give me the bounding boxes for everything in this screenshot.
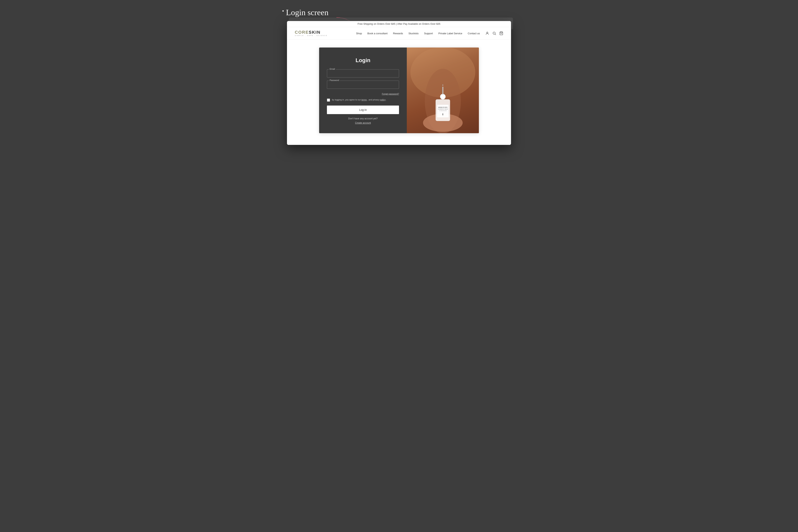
nav-link-contact[interactable]: Contact us <box>468 32 480 35</box>
cart-icon <box>499 31 503 35</box>
terms-text: by logging in ,you agree to our terms , … <box>332 98 387 101</box>
announcement-text: Free Shipping on Orders Over $45 | After… <box>357 23 440 25</box>
nav-item-stuckists[interactable]: Stuckists <box>408 32 419 35</box>
login-card: Login Email Password Forget password? <box>319 48 479 133</box>
logo-tagline: SIMPLE . SAFE . SCIENCE <box>295 35 328 36</box>
password-input[interactable] <box>327 81 399 89</box>
search-icon <box>492 31 496 35</box>
terms-prefix: by logging in ,you agree to our <box>332 98 361 101</box>
nav-links: Shop Book a consultant Rewards Stuckists… <box>356 32 480 35</box>
email-label: Email <box>329 68 336 70</box>
forgot-password-link[interactable]: Forget password? <box>382 93 399 95</box>
nav-item-rewards[interactable]: Rewards <box>393 32 403 35</box>
email-field-group: Email <box>327 69 399 77</box>
logo-full: CORESKIN <box>295 30 320 35</box>
logo[interactable]: CORESKIN SIMPLE . SAFE . SCIENCE <box>295 30 328 36</box>
logo-text: CORESKIN <box>295 30 328 35</box>
svg-text:HOUSE OF COCO: HOUSE OF COCO <box>438 107 447 108</box>
terms-row: by logging in ,you agree to our terms , … <box>327 98 399 102</box>
page-content: Login Email Password Forget password? <box>287 40 511 145</box>
login-button[interactable]: Log-in <box>327 106 399 114</box>
svg-point-1 <box>493 32 495 34</box>
browser-stack: Free Shipping on Orders Over $45 | After… <box>287 21 511 145</box>
nav-link-book-consultant[interactable]: Book a consultant <box>368 32 388 35</box>
login-image-panel: HOUSE OF COCO HYDROBOOST SERUM 2% HYALUR… <box>407 48 479 133</box>
nav-item-book-consultant[interactable]: Book a consultant <box>368 32 388 35</box>
announcement-bar: Free Shipping on Orders Over $45 | After… <box>287 21 511 27</box>
create-account-link[interactable]: Create account <box>355 121 371 124</box>
privacy-text: , and privacy <box>368 98 379 101</box>
svg-point-0 <box>487 32 488 33</box>
account-icon-button[interactable] <box>485 31 489 35</box>
svg-line-2 <box>495 34 496 35</box>
logo-skin: SKIN <box>309 30 321 35</box>
terms-link[interactable]: terms <box>361 98 367 101</box>
login-form-panel: Login Email Password Forget password? <box>319 48 407 133</box>
password-field-group: Password <box>327 81 399 89</box>
logo-core: CORE <box>295 30 309 35</box>
nav-item-contact[interactable]: Contact us <box>468 32 480 35</box>
password-label: Password <box>329 79 340 81</box>
browser-window: Free Shipping on Orders Over $45 | After… <box>287 21 511 145</box>
cart-icon-button[interactable] <box>499 31 503 35</box>
login-title: Login <box>356 57 370 63</box>
nav-link-stuckists[interactable]: Stuckists <box>408 32 419 35</box>
nav-item-support[interactable]: Support <box>424 32 433 35</box>
account-icon <box>485 31 489 35</box>
product-illustration: HOUSE OF COCO HYDROBOOST SERUM 2% HYALUR… <box>407 48 479 133</box>
bullet-point: • <box>282 8 284 14</box>
nav-link-private-label[interactable]: Private Label Service <box>438 32 462 35</box>
nav-link-shop[interactable]: Shop <box>356 32 362 35</box>
terms-checkbox[interactable] <box>327 98 330 102</box>
nav-link-rewards[interactable]: Rewards <box>393 32 403 35</box>
nav-item-shop[interactable]: Shop <box>356 32 362 35</box>
annotation-area: • Login screen <box>282 8 516 17</box>
nav-link-support[interactable]: Support <box>424 32 433 35</box>
nav-item-private-label[interactable]: Private Label Service <box>438 32 462 35</box>
annotation-label: Login screen <box>286 8 329 17</box>
policy-link[interactable]: policy <box>380 98 386 101</box>
no-account-text: Don't have any account yet? <box>348 117 377 120</box>
navbar: CORESKIN SIMPLE . SAFE . SCIENCE Shop Bo… <box>287 27 511 40</box>
email-input[interactable] <box>327 69 399 77</box>
svg-rect-13 <box>442 87 443 95</box>
terms-suffix: . <box>386 98 387 101</box>
search-icon-button[interactable] <box>492 31 496 35</box>
svg-text:2% HYALURONIC ACID: 2% HYALURONIC ACID <box>439 110 447 111</box>
nav-icons <box>485 31 503 35</box>
svg-text:HYDROBOOST SERUM: HYDROBOOST SERUM <box>438 109 448 110</box>
